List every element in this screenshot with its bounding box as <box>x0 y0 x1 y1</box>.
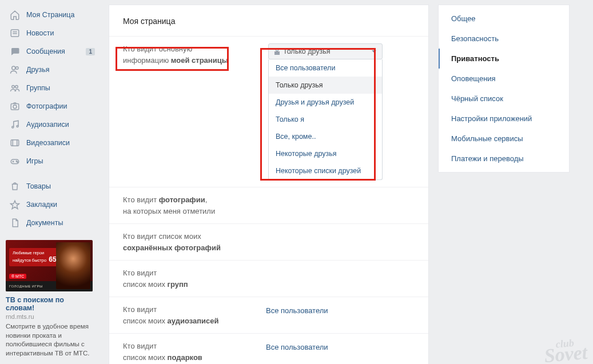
dropdown-option[interactable]: Некоторые друзья <box>269 145 382 162</box>
lock-icon <box>274 49 280 55</box>
nav-label: Новости <box>26 29 54 37</box>
chevron-down-icon <box>372 50 376 53</box>
svg-point-4 <box>16 67 19 70</box>
row-label: Кто видит основнуюинформацию моей страни… <box>123 43 266 66</box>
ad-image[interactable]: ® TV1000 Любимые герои найдутся быстро 6… <box>6 240 93 291</box>
privacy-row: Кто видитсписок моих аудиозаписейВсе пол… <box>109 297 428 333</box>
ad-mts-badge: ® MTC <box>9 274 26 279</box>
chat-icon <box>9 46 21 57</box>
dropdown-list: Все пользователиТолько друзьяДрузья и др… <box>268 59 383 180</box>
privacy-row: Кто видитсписок моих подарковВсе пользов… <box>109 333 428 364</box>
settings-tab[interactable]: Приватность <box>439 49 569 69</box>
nav-item-games[interactable]: Игры <box>6 152 100 170</box>
nav-item-friends[interactable]: Друзья <box>6 61 100 79</box>
nav-label: Видеозаписи <box>26 139 70 147</box>
left-nav: Моя СтраницаНовостиСообщения1ДрузьяГрупп… <box>6 0 103 364</box>
svg-point-9 <box>12 126 14 128</box>
dropdown-option[interactable]: Все, кроме.. <box>269 128 382 145</box>
nav-item-doc[interactable]: Документы <box>6 214 100 232</box>
settings-tab[interactable]: Мобильные сервисы <box>439 129 569 149</box>
svg-point-10 <box>17 126 18 127</box>
settings-tabs: ОбщееБезопасностьПриватностьОповещенияЧё… <box>438 5 570 173</box>
settings-tab[interactable]: Чёрный список <box>439 89 569 109</box>
nav-label: Фотографии <box>26 102 67 110</box>
nav-label: Сообщения <box>26 47 65 55</box>
nav-label: Аудиозаписи <box>26 121 69 129</box>
nav-label: Документы <box>26 219 63 227</box>
row-label: Кто видитсписок моих подарков <box>123 341 266 363</box>
nav-label: Товары <box>26 182 51 190</box>
nav-item-groups[interactable]: Группы <box>6 79 100 97</box>
privacy-row: Кто видит список моихсохранённых фотогра… <box>109 223 428 260</box>
row-label: Кто видитсписок моих групп <box>123 267 266 290</box>
row-label: Кто видит фотографии,на которых меня отм… <box>123 194 266 217</box>
nav-item-shop[interactable]: Товары <box>6 177 100 195</box>
nav-label: Друзья <box>26 66 50 74</box>
nav-label: Группы <box>26 84 50 92</box>
row-value[interactable]: Все пользователи <box>266 304 328 315</box>
nav-item-photo[interactable]: Фотографии <box>6 97 100 115</box>
privacy-row: Кто видит основнуюинформацию моей страни… <box>109 36 428 187</box>
groups-icon <box>9 82 21 94</box>
ad-title[interactable]: ТВ с поиском по словам! <box>6 296 93 312</box>
news-icon <box>9 27 21 39</box>
photo-icon <box>9 101 21 112</box>
dropdown-option[interactable]: Все пользователи <box>269 59 382 77</box>
nav-item-music[interactable]: Аудиозаписи <box>6 115 100 134</box>
nav-badge: 1 <box>86 48 95 55</box>
dropdown-option[interactable]: Только я <box>269 111 382 128</box>
privacy-row: Кто видит фотографии,на которых меня отм… <box>109 187 428 223</box>
settings-tab[interactable]: Платежи и переводы <box>439 149 569 169</box>
doc-icon <box>9 217 21 229</box>
nav-label: Игры <box>26 157 43 165</box>
ad-block[interactable]: ® TV1000 Любимые герои найдутся быстро 6… <box>6 240 93 358</box>
music-icon <box>9 119 21 130</box>
row-value[interactable]: Все пользователи <box>266 341 328 351</box>
svg-marker-19 <box>11 201 19 209</box>
games-icon <box>9 155 21 167</box>
ad-text: Смотрите в удобное время новинки проката… <box>6 322 93 358</box>
video-icon <box>9 137 21 149</box>
nav-label: Закладки <box>26 201 57 209</box>
settings-tab[interactable]: Оповещения <box>439 69 569 89</box>
nav-item-video[interactable]: Видеозаписи <box>6 134 100 152</box>
ad-tv1000-badge: ® TV1000 <box>69 243 89 249</box>
svg-point-5 <box>12 86 15 89</box>
settings-tab[interactable]: Настройки приложений <box>439 109 569 129</box>
nav-item-chat[interactable]: Сообщения1 <box>6 42 100 61</box>
settings-tab[interactable]: Общее <box>439 9 569 29</box>
svg-point-18 <box>17 162 18 163</box>
nav-item-star[interactable]: Закладки <box>6 195 100 214</box>
privacy-row: Кто видитсписок моих групп <box>109 260 428 297</box>
settings-main: Моя страница Кто видит основнуюинформаци… <box>109 5 429 364</box>
home-icon <box>9 9 21 21</box>
nav-item-news[interactable]: Новости <box>6 24 100 42</box>
row-label: Кто видит список моихсохранённых фотогра… <box>123 231 266 253</box>
nav-label: Моя Страница <box>26 11 74 19</box>
ad-promo-badge: Любимые герои найдутся быстро 650₽ <box>9 248 68 266</box>
settings-tab[interactable]: Безопасность <box>439 29 569 49</box>
friends-icon <box>9 64 21 75</box>
dropdown-option[interactable]: Только друзья <box>269 77 382 94</box>
dropdown-option[interactable]: Друзья и друзья друзей <box>269 94 382 111</box>
dropdown-option[interactable]: Некоторые списки друзей <box>269 162 382 179</box>
privacy-dropdown[interactable]: Только друзьяВсе пользователиТолько друз… <box>268 43 383 180</box>
page-title: Моя страница <box>109 5 428 36</box>
svg-point-3 <box>12 66 15 70</box>
svg-point-8 <box>13 105 17 109</box>
nav-item-home[interactable]: Моя Страница <box>6 6 100 24</box>
dropdown-selected[interactable]: Только друзья <box>268 43 383 59</box>
svg-point-6 <box>15 86 18 89</box>
shop-icon <box>9 181 21 192</box>
dropdown-selected-label: Только друзья <box>283 47 331 55</box>
svg-rect-11 <box>11 140 19 146</box>
row-label: Кто видитсписок моих аудиозаписей <box>123 304 266 326</box>
star-icon <box>9 199 21 210</box>
ad-domain: rnd.mts.ru <box>6 313 93 320</box>
ad-bottom-band: ГОЛОДНЫЕ ИГРЫ <box>6 281 93 291</box>
